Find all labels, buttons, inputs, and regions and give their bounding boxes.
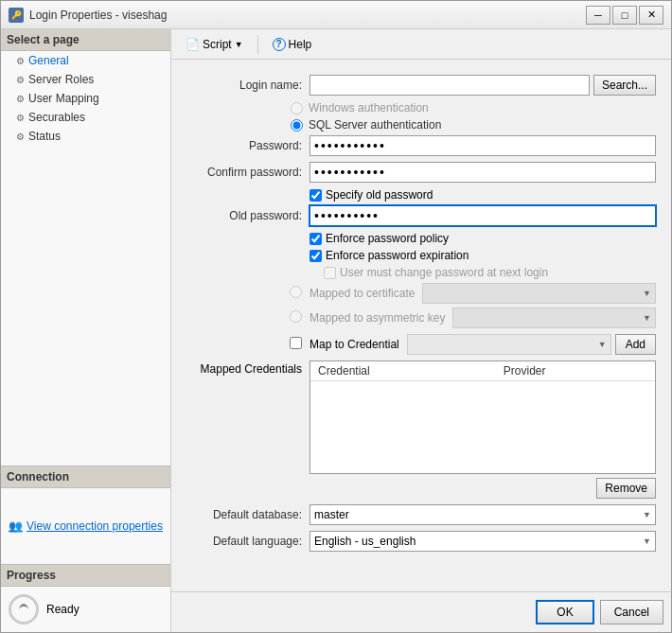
user-mapping-icon: ⚙ (16, 94, 25, 104)
script-button[interactable]: 📄 Script ▼ (179, 35, 250, 54)
select-page-label: Select a page (7, 33, 80, 46)
password-input[interactable] (309, 135, 656, 156)
sidebar-item-server-roles[interactable]: ⚙ Server Roles (1, 70, 170, 89)
map-credential-row: Map to Credential ▼ Add (186, 334, 656, 355)
map-credential-arrow: ▼ (598, 340, 607, 349)
provider-col-header: Provider (496, 361, 655, 381)
view-connection-label: View connection properties (27, 519, 163, 533)
credentials-area: Credential Provider Remove (309, 360, 656, 499)
default-database-arrow: ▼ (643, 510, 651, 519)
sidebar-item-user-mapping[interactable]: ⚙ User Mapping (1, 89, 170, 108)
enforce-policy-row: Enforce password policy (186, 232, 656, 245)
sql-auth-row: SQL Server authentication (186, 118, 656, 132)
user-must-change-row: User must change password at next login (186, 266, 656, 279)
old-password-input[interactable] (309, 205, 656, 226)
sidebar: Select a page ⚙ General ⚙ Server Roles ⚙… (1, 29, 171, 632)
mapped-asymmetric-row: Mapped to asymmetric key ▼ (186, 308, 656, 328)
specify-old-password-label: Specify old password (326, 188, 433, 202)
view-connection-link[interactable]: 👥 View connection properties (9, 519, 163, 533)
securables-icon: ⚙ (16, 113, 25, 123)
specify-old-password-checkbox[interactable] (309, 189, 322, 202)
sidebar-item-status[interactable]: ⚙ Status (1, 127, 170, 146)
cancel-button[interactable]: Cancel (600, 600, 663, 624)
sql-auth-radio[interactable] (291, 119, 303, 132)
help-button[interactable]: ? Help (266, 35, 319, 54)
ready-label: Ready (46, 603, 80, 616)
connection-link-icon: 👥 (9, 519, 23, 533)
script-icon: 📄 (186, 38, 200, 51)
sidebar-item-general-label: General (28, 54, 69, 67)
mapped-asymmetric-label: Mapped to asymmetric key (309, 311, 445, 325)
map-credential-dropdown[interactable]: ▼ (407, 334, 611, 355)
map-credential-checkbox[interactable] (290, 337, 302, 349)
remove-button[interactable]: Remove (596, 478, 656, 499)
sidebar-item-securables[interactable]: ⚙ Securables (1, 108, 170, 127)
mapped-credentials-label: Mapped Credentials (186, 360, 309, 376)
connection-section-header: Connection (1, 466, 170, 488)
maximize-button[interactable]: □ (612, 6, 637, 25)
title-bar: 🔑 Login Properties - viseshag ─ □ ✕ (1, 1, 671, 29)
confirm-password-row: Confirm password: (186, 162, 656, 183)
add-button[interactable]: Add (615, 334, 656, 355)
default-language-value: English - us_english (314, 535, 416, 548)
main-content: Select a page ⚙ General ⚙ Server Roles ⚙… (1, 29, 671, 632)
sidebar-item-general[interactable]: ⚙ General (1, 51, 170, 70)
default-language-label: Default language: (186, 535, 309, 548)
search-button[interactable]: Search... (593, 75, 656, 96)
enforce-expiration-checkbox[interactable] (309, 250, 322, 262)
windows-auth-label: Windows authentication (309, 101, 429, 114)
status-icon: ⚙ (16, 132, 25, 142)
mapped-certificate-label: Mapped to certificate (309, 287, 415, 300)
mapped-certificate-row: Mapped to certificate ▼ (186, 283, 656, 304)
credential-col-header: Credential (310, 361, 496, 381)
script-label: Script (203, 38, 232, 51)
default-database-dropdown[interactable]: master ▼ (309, 504, 656, 525)
help-label: Help (289, 38, 312, 51)
old-password-row: Old password: (186, 205, 656, 226)
ok-button[interactable]: OK (536, 600, 593, 624)
remove-btn-row: Remove (309, 478, 656, 499)
login-name-input[interactable] (309, 75, 590, 96)
enforce-policy-checkbox[interactable] (309, 233, 322, 245)
login-name-label: Login name: (186, 79, 309, 92)
progress-label: Progress (7, 569, 56, 582)
default-language-dropdown[interactable]: English - us_english ▼ (309, 531, 656, 552)
progress-section-header: Progress (1, 564, 170, 587)
connection-label: Connection (7, 470, 69, 484)
mapped-certificate-radio[interactable] (290, 286, 302, 298)
mapped-certificate-dropdown[interactable]: ▼ (422, 283, 656, 304)
map-credential-label: Map to Credential (309, 338, 399, 351)
sidebar-item-user-mapping-label: User Mapping (28, 92, 99, 105)
mapped-credentials-section: Mapped Credentials Credential Provider (186, 360, 656, 499)
script-dropdown-arrow: ▼ (235, 40, 243, 49)
server-roles-icon: ⚙ (16, 75, 25, 85)
sql-auth-label: SQL Server authentication (309, 118, 441, 132)
user-must-change-label: User must change password at next login (340, 266, 548, 279)
default-language-row: Default language: English - us_english ▼ (186, 531, 656, 552)
minimize-button[interactable]: ─ (586, 6, 610, 25)
progress-spinner (9, 594, 39, 624)
window-title: Login Properties - viseshag (29, 9, 167, 22)
confirm-password-label: Confirm password: (186, 166, 309, 179)
enforce-expiration-row: Enforce password expiration (186, 249, 656, 262)
title-bar-left: 🔑 Login Properties - viseshag (9, 8, 167, 23)
mapped-certificate-radio-wrap (186, 286, 309, 301)
mapped-asymmetric-radio-wrap (186, 310, 309, 325)
form-area: Login name: Search... Windows authentica… (171, 60, 671, 591)
progress-content: Ready (1, 587, 170, 632)
mapped-certificate-arrow: ▼ (643, 289, 651, 298)
mapped-asymmetric-radio[interactable] (290, 310, 302, 323)
sidebar-item-server-roles-label: Server Roles (28, 73, 94, 86)
default-language-arrow: ▼ (643, 536, 651, 546)
credentials-table-wrap: Credential Provider (309, 360, 656, 474)
confirm-password-input[interactable] (309, 162, 656, 183)
mapped-asymmetric-arrow: ▼ (643, 313, 651, 323)
windows-auth-radio[interactable] (291, 102, 303, 114)
close-button[interactable]: ✕ (639, 6, 663, 25)
user-must-change-checkbox[interactable] (324, 267, 336, 279)
mapped-asymmetric-dropdown[interactable]: ▼ (452, 308, 656, 328)
sidebar-item-status-label: Status (28, 130, 61, 143)
bottom-buttons: OK Cancel (171, 591, 671, 632)
old-password-label: Old password: (186, 209, 309, 222)
app-icon: 🔑 (9, 8, 24, 23)
